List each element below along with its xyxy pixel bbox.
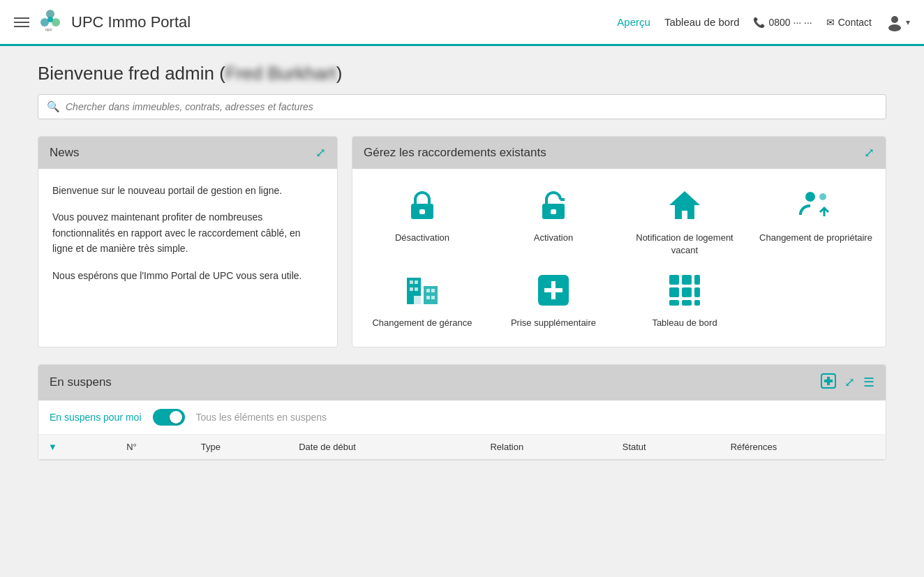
svg-rect-18 [410, 287, 413, 291]
person-change-icon [796, 186, 835, 225]
search-icon: 🔍 [47, 100, 60, 113]
svg-rect-22 [426, 296, 430, 299]
service-activation[interactable]: Activation [495, 186, 612, 257]
svg-rect-34 [669, 300, 679, 306]
service-changement-proprietaire[interactable]: Changement de propriétaire [757, 186, 874, 257]
col-number: N° [117, 435, 191, 460]
welcome-title: Bienvenue fred admin (Fred Burkhart) [38, 63, 886, 84]
news-para-2: Vous pouvez maintenant profiter de nombr… [52, 209, 323, 256]
pending-expand-icon[interactable]: ⤢ [844, 375, 855, 390]
svg-rect-21 [431, 289, 435, 292]
pending-table-container: ▼ N° Type Date de début Relation Statut … [38, 435, 886, 460]
news-expand-icon[interactable]: ⤢ [315, 145, 326, 160]
nav-contact-button[interactable]: ✉ Contact [826, 17, 872, 28]
service-desactivation[interactable]: Désactivation [364, 186, 481, 257]
main-content: Bienvenue fred admin (Fred Burkhart) 🔍 N… [15, 46, 909, 477]
services-grid: Désactivation Activation N [352, 169, 886, 347]
service-notification-label: Notification de logement vacant [626, 232, 743, 257]
user-icon [886, 13, 904, 31]
nav-tableau-link[interactable]: Tableau de bord [664, 16, 740, 28]
svg-rect-27 [544, 288, 562, 292]
service-notification[interactable]: Notification de logement vacant [626, 186, 743, 257]
search-bar: 🔍 [38, 94, 886, 119]
service-tableau-bord-label: Tableau de bord [652, 317, 717, 329]
service-changement-gerance-label: Changement de gérance [372, 317, 472, 329]
svg-rect-20 [426, 289, 430, 292]
service-prise-supplementaire[interactable]: Prise supplémentaire [495, 271, 612, 329]
news-panel: News ⤢ Bienvenue sur le nouveau portail … [38, 136, 338, 347]
svg-rect-16 [410, 280, 413, 284]
services-panel: Gérez les raccordements existants ⤢ Désa… [352, 136, 886, 347]
services-title: Gérez les raccordements existants [364, 146, 546, 160]
svg-rect-39 [824, 380, 833, 382]
service-activation-label: Activation [534, 232, 573, 244]
toggle-active-label: En suspens pour moi [50, 412, 142, 423]
nav-phone: 📞 0800 ··· ··· [753, 17, 812, 28]
navbar-right: Aperçu Tableau de bord 📞 0800 ··· ··· ✉ … [617, 13, 910, 31]
svg-rect-10 [551, 209, 556, 214]
col-relation: Relation [480, 435, 612, 460]
pending-title: En suspens [50, 375, 112, 389]
grid-icon [665, 271, 704, 310]
col-references: Références [721, 435, 886, 460]
service-prise-supplementaire-label: Prise supplémentaire [511, 317, 596, 329]
toggle-switch[interactable] [153, 409, 185, 426]
svg-rect-32 [682, 287, 692, 297]
building-icon [403, 271, 442, 310]
pending-table-head: ▼ N° Type Date de début Relation Statut … [38, 435, 886, 460]
svg-rect-35 [682, 300, 692, 306]
nav-user-button[interactable]: ▾ [886, 13, 910, 31]
svg-point-6 [888, 24, 901, 31]
news-para-3: Nous espérons que l'Immo Portal de UPC v… [52, 268, 323, 283]
svg-rect-31 [669, 287, 679, 297]
svg-point-3 [47, 17, 53, 22]
lock-closed-icon [403, 186, 442, 225]
svg-text:upc: upc [45, 27, 52, 31]
svg-rect-19 [415, 287, 418, 291]
col-date: Date de début [289, 435, 480, 460]
search-input[interactable] [66, 101, 877, 112]
app-title: UPC Immo Portal [71, 13, 191, 31]
svg-point-13 [819, 193, 826, 200]
navbar-left: upc UPC Immo Portal [14, 7, 606, 37]
phone-icon: 📞 [753, 17, 765, 28]
pending-table: ▼ N° Type Date de début Relation Statut … [38, 435, 886, 460]
pending-header: En suspens ⤢ ☰ [38, 365, 886, 400]
service-desactivation-label: Désactivation [395, 232, 449, 244]
svg-rect-30 [694, 275, 700, 285]
toggle-row: En suspens pour moi Tous les éléments en… [38, 400, 886, 435]
news-para-1: Bienvenue sur le nouveau portail de gest… [52, 183, 323, 198]
pending-menu-icon[interactable]: ☰ [863, 375, 874, 390]
svg-rect-28 [669, 275, 679, 285]
svg-point-5 [891, 16, 898, 23]
service-changement-proprietaire-label: Changement de propriétaire [759, 232, 872, 244]
news-column: News ⤢ Bienvenue sur le nouveau portail … [38, 136, 338, 347]
plus-box-icon [534, 271, 573, 310]
lock-open-icon [534, 186, 573, 225]
svg-rect-8 [419, 209, 425, 214]
navbar: upc UPC Immo Portal Aperçu Tableau de bo… [0, 0, 924, 46]
hamburger-menu-button[interactable] [14, 17, 29, 27]
services-expand-icon[interactable]: ⤢ [864, 145, 874, 160]
pending-actions: ⤢ ☰ [821, 373, 874, 392]
svg-rect-29 [682, 275, 692, 285]
col-statut: Statut [613, 435, 721, 460]
svg-rect-17 [415, 280, 418, 284]
contact-icon: ✉ [826, 17, 835, 28]
svg-rect-23 [431, 296, 435, 299]
news-body: Bienvenue sur le nouveau portail de gest… [38, 169, 337, 297]
svg-point-12 [805, 192, 815, 202]
svg-rect-24 [414, 296, 421, 304]
services-column: Gérez les raccordements existants ⤢ Désa… [352, 136, 886, 347]
pending-add-icon[interactable] [821, 373, 836, 392]
service-tableau-bord[interactable]: Tableau de bord [626, 271, 743, 329]
col-sort[interactable]: ▼ [38, 435, 117, 460]
svg-rect-33 [694, 287, 700, 297]
house-icon [665, 186, 704, 225]
service-changement-gerance[interactable]: Changement de gérance [364, 271, 481, 329]
pending-table-header-row: ▼ N° Type Date de début Relation Statut … [38, 435, 886, 460]
two-col-section: News ⤢ Bienvenue sur le nouveau portail … [38, 136, 886, 347]
nav-apercu-link[interactable]: Aperçu [617, 16, 650, 28]
news-panel-header: News ⤢ [38, 137, 337, 169]
services-panel-header: Gérez les raccordements existants ⤢ [352, 137, 886, 169]
